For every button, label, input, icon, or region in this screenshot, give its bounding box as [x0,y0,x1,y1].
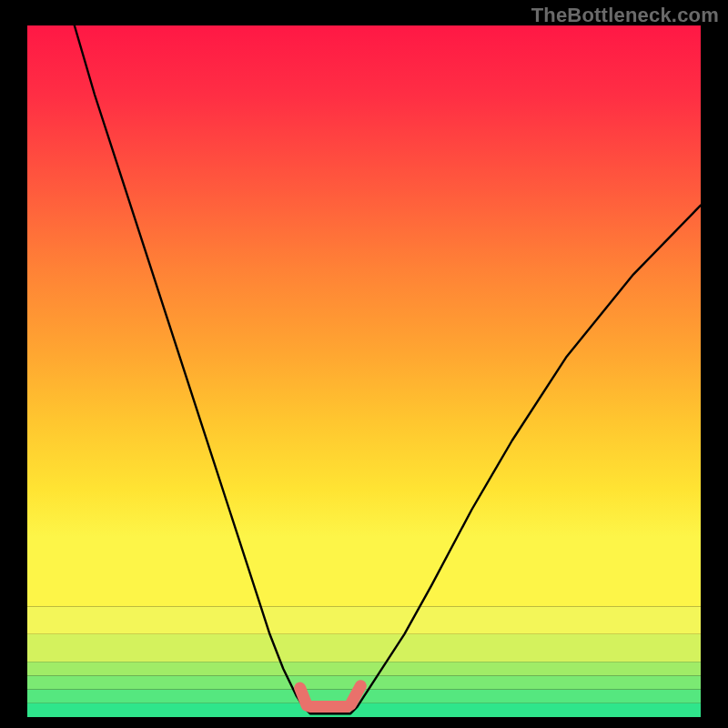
chart-stage: TheBottleneck.com [0,0,728,728]
bg-band [27,662,701,675]
bg-band [27,634,701,662]
bottleneck-chart [0,0,728,728]
watermark-text: TheBottleneck.com [531,4,719,27]
bg-band [27,606,701,633]
bg-band [27,703,701,717]
